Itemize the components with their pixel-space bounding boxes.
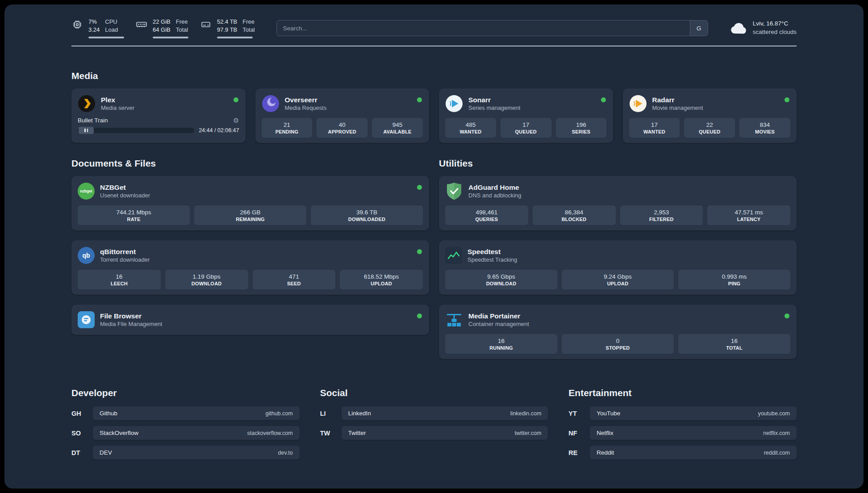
plex-playback-time: 24:44 / 02:06:47 [199, 127, 239, 134]
stat-value: 9.24 Gbps [563, 273, 672, 280]
speedtest-header: Speedtest Speedtest Tracking [445, 246, 790, 265]
bookmark-link-linkedin[interactable]: LinkedIn linkedin.com [342, 406, 548, 420]
documents-column: Documents & Files nzbget NZBGet Usenet d… [71, 158, 429, 359]
weather-condition: scattered clouds [753, 28, 797, 37]
bookmark-url: dev.to [278, 450, 293, 456]
ram-progress-bar [153, 37, 188, 38]
developer-section-title: Developer [71, 388, 300, 398]
stat-tile: 266 GB REMAINING [194, 205, 306, 225]
app-card-qbittorrent[interactable]: qb qBittorrent Torrent downloader 16 LEE… [71, 240, 429, 295]
bookmark-link-github[interactable]: Github github.com [93, 406, 300, 420]
stat-label: APPROVED [318, 129, 366, 134]
bookmark-link-stackoverflow[interactable]: StackOverflow stackoverflow.com [93, 426, 300, 440]
app-card-plex[interactable]: Plex Media server Bullet Train ⚙ 24:44 /… [71, 88, 246, 143]
stat-tile: 86,384 BLOCKED [533, 205, 616, 225]
plex-now-playing-row: Bullet Train ⚙ [78, 117, 239, 124]
stat-value: 16 [79, 273, 159, 280]
stat-value: 834 [741, 121, 789, 128]
overseerr-icon [262, 95, 280, 113]
stat-tile: 618.52 Mbps UPLOAD [340, 270, 423, 289]
stat-label: UPLOAD [342, 281, 421, 286]
utilities-section-title: Utilities [439, 158, 797, 169]
stat-tile: 945 AVAILABLE [372, 118, 423, 138]
bookmark-url: github.com [266, 410, 293, 417]
stat-label: DOWNLOADED [313, 217, 421, 222]
bookmark-name: Github [100, 410, 117, 417]
ram-total-value: 64 GiB [153, 26, 171, 34]
media-section: Media Plex Media server [71, 71, 797, 143]
bookmark-row: NF Netflix netflix.com [568, 426, 797, 440]
stat-value: 22 [686, 121, 733, 128]
bookmark-link-netflix[interactable]: Netflix netflix.com [590, 426, 797, 440]
stat-tile: 485 WANTED [445, 118, 496, 138]
stat-tile: 9.24 Gbps UPLOAD [562, 270, 674, 289]
stat-tile: 17 QUEUED [501, 118, 551, 138]
app-card-nzbget[interactable]: nzbget NZBGet Usenet downloader 744.21 M… [71, 176, 429, 230]
stat-value: 498,461 [447, 209, 526, 216]
stat-label: LATENCY [709, 217, 789, 222]
stat-tile: 1.19 Gbps DOWNLOAD [165, 270, 248, 289]
sonarr-stats: 485 WANTED 17 QUEUED 196 SERIES [445, 118, 607, 138]
search-input[interactable] [277, 21, 690, 36]
portainer-stats: 16 RUNNING 0 STOPPED 16 TOTAL [445, 334, 790, 354]
bookmark-name: Netflix [597, 430, 613, 436]
plex-progress-bar[interactable] [78, 128, 194, 133]
stat-label: STOPPED [563, 345, 672, 351]
stat-value: 945 [374, 121, 421, 128]
portainer-icon [445, 311, 463, 329]
gear-icon[interactable]: ⚙ [233, 117, 239, 124]
bookmark-name: YouTube [597, 410, 620, 417]
disk-icon [200, 19, 212, 30]
stat-tile: 16 TOTAL [678, 334, 790, 354]
stat-tile: 39.6 TB DOWNLOADED [311, 205, 423, 225]
bookmark-url: stackoverflow.com [247, 430, 293, 436]
stat-label: DOWNLOAD [167, 281, 246, 286]
bookmark-link-reddit[interactable]: Reddit reddit.com [590, 446, 797, 460]
bookmark-link-youtube[interactable]: YouTube youtube.com [590, 406, 797, 420]
stat-value: 0.993 ms [680, 273, 789, 280]
nzbget-icon: nzbget [78, 183, 95, 200]
plex-icon [78, 95, 96, 113]
weather-widget[interactable]: Lviv, 16.87°C scattered clouds [730, 20, 797, 37]
app-card-radarr[interactable]: Radarr Movie management 17 WANTED 22 QUE… [623, 88, 797, 143]
sonarr-status-indicator [601, 97, 606, 102]
stat-label: AVAILABLE [374, 129, 421, 134]
bookmark-abbr: GH [71, 410, 87, 417]
bookmark-link-twitter[interactable]: Twitter twitter.com [342, 426, 548, 440]
topbar: 7% 3.24 CPU Load 22 GiB [71, 4, 797, 38]
app-card-speedtest[interactable]: Speedtest Speedtest Tracking 9.65 Gbps D… [439, 240, 797, 295]
plex-header: Plex Media server [78, 94, 239, 113]
dashboard: 7% 3.24 CPU Load 22 GiB [4, 4, 864, 489]
stat-tile: 17 WANTED [629, 118, 680, 138]
stat-tile: 834 MOVIES [739, 118, 790, 138]
app-card-sonarr[interactable]: Sonarr Series management 485 WANTED 17 Q… [439, 88, 613, 143]
pause-button[interactable] [79, 127, 94, 134]
qbittorrent-header: qb qBittorrent Torrent downloader [78, 246, 423, 265]
app-card-adguard[interactable]: AdGuard Home DNS and adblocking 498,461 … [439, 176, 797, 230]
bookmark-row: YT YouTube youtube.com [568, 406, 797, 420]
middle-columns: Documents & Files nzbget NZBGet Usenet d… [71, 158, 797, 359]
stat-tile: 22 QUEUED [684, 118, 735, 138]
plex-progress-row: 24:44 / 02:06:47 [78, 127, 239, 134]
bookmark-link-dev[interactable]: DEV dev.to [93, 446, 300, 460]
bookmark-abbr: NF [568, 430, 584, 437]
bookmark-name: LinkedIn [348, 410, 371, 417]
ram-metric: 22 GiB 64 GiB Free Total [136, 18, 188, 38]
nzbget-subtitle: Usenet downloader [100, 192, 150, 200]
filebrowser-header: File Browser Media File Management [78, 310, 423, 330]
stat-label: QUERIES [447, 217, 526, 222]
app-card-portainer[interactable]: Media Portainer Container management 16 … [439, 305, 797, 359]
ram-free-label: Free [176, 18, 188, 26]
stat-tile: 196 SERIES [556, 118, 607, 138]
cpu-usage-value: 7% [88, 18, 100, 26]
cpu-load-value: 3.24 [88, 26, 100, 34]
bookmark-abbr: TW [320, 430, 335, 437]
stat-label: UPLOAD [563, 281, 672, 286]
stat-value: 471 [255, 273, 334, 280]
speedtest-icon [445, 247, 462, 264]
stat-value: 16 [447, 338, 555, 344]
stat-label: PING [680, 281, 789, 286]
app-card-overseerr[interactable]: Overseerr Media Requests 21 PENDING 40 A… [255, 88, 430, 143]
app-card-filebrowser[interactable]: File Browser Media File Management [71, 305, 429, 335]
search-engine-button[interactable]: G [690, 21, 708, 36]
